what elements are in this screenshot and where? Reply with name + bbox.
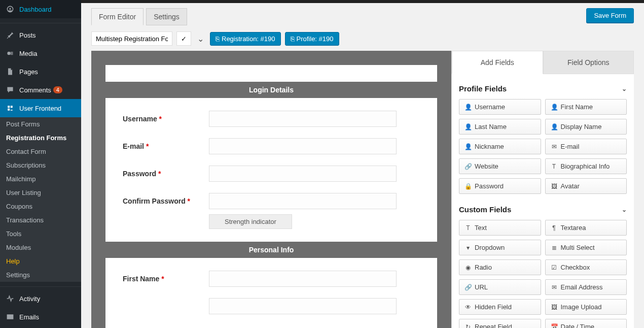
pin-icon [5, 30, 15, 40]
link-icon: 🔗 [464, 284, 472, 291]
submenu-mailchimp[interactable]: Mailchimp [0, 172, 81, 186]
submenu-settings[interactable]: Settings [0, 268, 81, 282]
submenu-post-forms[interactable]: Post Forms [0, 117, 81, 131]
tab-form-editor[interactable]: Form Editor [91, 8, 144, 25]
group-profile-fields[interactable]: Profile Fields ⌄ [459, 80, 627, 99]
repeat-icon: ↻ [464, 323, 472, 329]
user-icon: 👤 [551, 104, 558, 111]
sidebar-label: Activity [19, 295, 40, 303]
field-chip-checkbox[interactable]: ☑Checkbox [545, 259, 627, 275]
caret-icon: ▾ [464, 244, 472, 251]
sidebar-label: Emails [19, 313, 39, 321]
strength-indicator: Strength indicator [209, 214, 292, 229]
form-name-input[interactable] [91, 31, 172, 46]
password-input[interactable] [209, 166, 397, 182]
sidebar-item-user-frontend[interactable]: User Frontend [0, 99, 81, 117]
profile-pill[interactable]: ⎘ Profile: #190 [285, 32, 339, 46]
field-confirm-password[interactable]: Confirm Password * [123, 193, 420, 209]
chevron-down-icon[interactable]: ⌄ [195, 34, 206, 44]
field-chip-website[interactable]: 🔗Website [459, 158, 541, 174]
submenu-contact-form[interactable]: Contact Form [0, 145, 81, 158]
field-chip-url[interactable]: 🔗URL [459, 279, 541, 295]
submenu-tools[interactable]: Tools [0, 227, 81, 241]
field-password[interactable]: Password * [123, 166, 420, 182]
sidebar-item-comments[interactable]: Comments 4 [0, 81, 81, 99]
sidebar-item-dashboard[interactable]: Dashboard [0, 0, 81, 18]
sidebar-item-pages[interactable]: Pages [0, 62, 81, 81]
text-icon: T [464, 224, 472, 232]
sidebar-item-media[interactable]: Media [0, 44, 81, 62]
link-icon: 🔗 [464, 163, 472, 170]
field-chip-text[interactable]: TText [459, 220, 541, 236]
confirm-password-input[interactable] [209, 193, 397, 209]
field-chip-display-name[interactable]: 👤Display Name [545, 119, 627, 135]
group-custom-fields[interactable]: Custom Fields ⌄ [459, 201, 627, 220]
fields-panel: Add Fields Field Options Profile Fields … [451, 51, 634, 328]
sidebar-item-activity[interactable]: Activity [0, 289, 81, 308]
field-chip-last-name[interactable]: 👤Last Name [459, 119, 541, 135]
section-login-details: Login Details [105, 81, 437, 99]
text-icon: T [551, 163, 558, 170]
field-chip-email-address[interactable]: ✉Email Address [545, 279, 627, 295]
submenu-transactions[interactable]: Transactions [0, 213, 81, 227]
field-chip-image-upload[interactable]: 🖼Image Upload [545, 299, 627, 315]
field-placeholder[interactable] [123, 298, 420, 314]
email-input[interactable] [209, 138, 397, 154]
field-chip-hidden-field[interactable]: 👁Hidden Field [459, 299, 541, 315]
field-first-name[interactable]: First Name * [123, 271, 420, 287]
save-form-button[interactable]: Save Form [586, 8, 634, 23]
required-marker: * [159, 115, 162, 123]
tab-settings[interactable]: Settings [146, 8, 187, 25]
toolbar: ✓ ⌄ ⎘ Registration: #190 ⎘ Profile: #190 [91, 31, 634, 46]
field-chip-textarea[interactable]: ¶Textarea [545, 220, 627, 236]
first-name-input[interactable] [209, 271, 397, 287]
submenu-subscriptions[interactable]: Subscriptions [0, 158, 81, 172]
field-username[interactable]: Username * [123, 111, 420, 127]
required-marker: * [161, 275, 164, 283]
submenu-help[interactable]: Help [0, 254, 81, 268]
radio-icon: ◉ [464, 264, 472, 271]
field-chip-first-name[interactable]: 👤First Name [545, 99, 627, 115]
required-marker: * [158, 170, 161, 178]
uf-icon [5, 103, 15, 113]
svg-point-0 [7, 52, 10, 55]
username-input[interactable] [209, 111, 397, 127]
image-icon: 🖼 [551, 183, 558, 190]
field-chip-dropdown[interactable]: ▾Dropdown [459, 240, 541, 255]
chevron-down-icon: ⌄ [622, 85, 627, 92]
field-chip-nickname[interactable]: 👤Nickname [459, 139, 541, 154]
editor-tabs: Form Editor Settings [91, 8, 190, 25]
confirm-name-button[interactable]: ✓ [176, 31, 191, 46]
page-icon [5, 67, 15, 77]
tab-field-options[interactable]: Field Options [543, 51, 634, 74]
form-canvas[interactable]: Login Details Username * E-mail * [91, 51, 451, 328]
required-marker: * [146, 142, 149, 150]
sidebar-item-emails[interactable]: Emails [0, 308, 81, 326]
field-chip-date-time[interactable]: 📅Date / Time [545, 319, 627, 328]
para-icon: ¶ [551, 224, 558, 232]
sidebar-item-posts[interactable]: Posts [0, 26, 81, 44]
sidebar-label: Comments [19, 86, 51, 94]
submenu-coupons[interactable]: Coupons [0, 200, 81, 213]
next-input[interactable] [209, 298, 397, 314]
image-icon: 🖼 [551, 304, 558, 311]
field-chip-radio[interactable]: ◉Radio [459, 259, 541, 275]
registration-pill[interactable]: ⎘ Registration: #190 [210, 32, 281, 46]
lock-icon: 🔒 [464, 183, 472, 190]
submenu-user-listing[interactable]: User Listing [0, 186, 81, 200]
sidebar-label: Posts [19, 31, 36, 39]
field-chip-username[interactable]: 👤Username [459, 99, 541, 115]
field-chip-biographical-info[interactable]: TBiographical Info [545, 158, 627, 174]
field-email[interactable]: E-mail * [123, 138, 420, 154]
field-chip-avatar[interactable]: 🖼Avatar [545, 178, 627, 194]
tab-add-fields[interactable]: Add Fields [452, 51, 543, 74]
submenu-registration-forms[interactable]: Registration Forms [0, 131, 81, 145]
field-chip-e-mail[interactable]: ✉E-mail [545, 139, 627, 154]
user-icon: 👤 [464, 143, 472, 150]
field-chip-password[interactable]: 🔒Password [459, 178, 541, 194]
user-icon: 👤 [551, 123, 558, 130]
field-chip-repeat-field[interactable]: ↻Repeat Field [459, 319, 541, 328]
field-chip-multi-select[interactable]: ≣Multi Select [545, 240, 627, 255]
submenu-modules[interactable]: Modules [0, 241, 81, 254]
sidebar-submenu: Post Forms Registration Forms Contact Fo… [0, 117, 81, 282]
